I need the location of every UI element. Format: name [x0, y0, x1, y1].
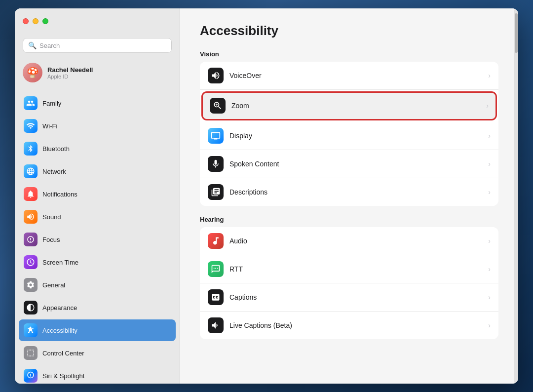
scrollbar-thumb: [515, 13, 518, 53]
sidebar-item-label-bluetooth: Bluetooth: [42, 145, 70, 153]
siri-icon: [24, 369, 38, 383]
search-bar[interactable]: 🔍 Search: [23, 38, 172, 53]
notifications-icon: [24, 187, 38, 201]
settings-row-zoom[interactable]: Zoom ›: [202, 92, 496, 120]
sidebar-item-label-notifications: Notifications: [42, 191, 77, 198]
sidebar-items-container: Family Wi-Fi Bluetooth Network Notificat…: [19, 92, 176, 384]
audio-icon: [208, 233, 224, 249]
sidebar-item-network[interactable]: Network: [19, 160, 176, 182]
sidebar: 🔍 Search 🍄 Rachel Needell Apple ID Famil…: [15, 8, 180, 384]
general-icon: [24, 278, 38, 292]
sidebar-item-bluetooth[interactable]: Bluetooth: [19, 138, 176, 159]
sidebar-item-sound[interactable]: Sound: [19, 206, 176, 228]
sidebar-item-controlcenter[interactable]: Control Center: [19, 342, 176, 364]
row-label-descriptions: Descriptions: [229, 188, 482, 196]
page-title: Accessibility: [200, 23, 498, 39]
maximize-button[interactable]: [42, 18, 48, 24]
zoom-icon: [210, 98, 226, 114]
display-icon: [208, 128, 224, 144]
chevron-icon-spoken: ›: [488, 160, 491, 168]
sidebar-item-label-family: Family: [42, 100, 61, 107]
titlebar: [15, 8, 180, 34]
wifi-icon: [24, 119, 38, 133]
settings-row-voiceover[interactable]: VoiceOver ›: [200, 62, 498, 90]
settings-group-hearing: Audio › RTT › Captions › Live Captions (…: [200, 227, 498, 339]
search-icon: 🔍: [28, 41, 37, 49]
sidebar-item-focus[interactable]: Focus: [19, 229, 176, 250]
controlcenter-icon: [24, 346, 38, 360]
sidebar-item-label-sound: Sound: [42, 213, 61, 221]
voiceover-icon: [208, 68, 224, 83]
chevron-icon-rtt: ›: [488, 265, 491, 273]
settings-row-audio[interactable]: Audio ›: [200, 227, 498, 255]
sidebar-item-notifications[interactable]: Notifications: [19, 183, 176, 205]
accessibility-icon: [24, 323, 38, 337]
sidebar-item-label-wifi: Wi-Fi: [42, 122, 57, 130]
settings-row-display[interactable]: Display ›: [200, 122, 498, 150]
chevron-icon-display: ›: [488, 132, 491, 140]
focus-icon: [24, 233, 38, 246]
chevron-icon-voiceover: ›: [488, 72, 491, 79]
sidebar-item-siri[interactable]: Siri & Spotlight: [19, 365, 176, 384]
user-subtitle: Apple ID: [47, 74, 93, 79]
chevron-icon-captions: ›: [488, 293, 491, 301]
sidebar-item-accessibility[interactable]: Accessibility: [19, 319, 176, 341]
close-button[interactable]: [23, 18, 29, 24]
settings-row-livecaptions[interactable]: Live Captions (Beta) ›: [200, 312, 498, 339]
scrollbar[interactable]: [514, 8, 518, 384]
chevron-icon-livecaptions: ›: [488, 321, 491, 329]
sound-icon: [24, 210, 38, 224]
row-label-display: Display: [229, 132, 482, 140]
sidebar-item-label-network: Network: [42, 168, 66, 175]
sidebar-item-screentime[interactable]: Screen Time: [19, 251, 176, 273]
descriptions-icon: [208, 184, 224, 200]
captions-icon: [208, 289, 224, 305]
settings-window: 🔍 Search 🍄 Rachel Needell Apple ID Famil…: [15, 8, 518, 384]
spoken-icon: [208, 156, 224, 172]
chevron-icon-descriptions: ›: [488, 188, 491, 196]
main-content: Accessibility Vision VoiceOver › Zoom › …: [180, 8, 518, 384]
avatar: 🍄: [23, 63, 42, 82]
livecaptions-icon: [208, 317, 224, 333]
sidebar-item-label-focus: Focus: [42, 236, 60, 243]
settings-row-captions[interactable]: Captions ›: [200, 283, 498, 312]
sidebar-item-family[interactable]: Family: [19, 92, 176, 114]
row-label-voiceover: VoiceOver: [229, 72, 482, 79]
sidebar-item-appearance[interactable]: Appearance: [19, 297, 176, 318]
settings-row-descriptions[interactable]: Descriptions ›: [200, 178, 498, 206]
row-label-zoom: Zoom: [231, 102, 480, 110]
sidebar-item-general[interactable]: General: [19, 274, 176, 296]
appearance-icon: [24, 301, 38, 314]
row-label-spoken: Spoken Content: [229, 160, 482, 168]
sidebar-item-label-appearance: Appearance: [42, 304, 77, 312]
row-label-audio: Audio: [229, 237, 482, 245]
section-title-vision: Vision: [200, 50, 498, 58]
section-title-hearing: Hearing: [200, 216, 498, 223]
sidebar-item-label-accessibility: Accessibility: [42, 327, 77, 334]
settings-row-spoken[interactable]: Spoken Content ›: [200, 150, 498, 178]
bluetooth-icon: [24, 142, 38, 156]
network-icon: [24, 164, 38, 178]
user-name: Rachel Needell: [47, 66, 93, 74]
sidebar-item-label-controlcenter: Control Center: [42, 350, 84, 357]
user-profile[interactable]: 🍄 Rachel Needell Apple ID: [19, 59, 176, 86]
row-label-rtt: RTT: [229, 265, 482, 273]
family-icon: [24, 96, 38, 110]
sidebar-item-label-general: General: [42, 281, 65, 289]
rtt-icon: [208, 261, 224, 277]
chevron-icon-audio: ›: [488, 237, 491, 245]
minimize-button[interactable]: [33, 18, 38, 24]
row-label-captions: Captions: [229, 293, 482, 301]
sidebar-item-label-screentime: Screen Time: [42, 259, 78, 266]
user-info: Rachel Needell Apple ID: [47, 66, 93, 79]
row-label-livecaptions: Live Captions (Beta): [229, 321, 482, 329]
settings-row-rtt[interactable]: RTT ›: [200, 255, 498, 283]
sidebar-content: 🍄 Rachel Needell Apple ID Family Wi-Fi B…: [15, 59, 180, 384]
sections-container: Vision VoiceOver › Zoom › Display › Spok…: [200, 50, 498, 339]
settings-group-vision: VoiceOver › Zoom › Display › Spoken Cont…: [200, 62, 498, 206]
screentime-icon: [24, 255, 38, 269]
sidebar-item-label-siri: Siri & Spotlight: [42, 372, 84, 380]
chevron-icon-zoom: ›: [486, 102, 489, 110]
search-placeholder: Search: [39, 42, 60, 49]
sidebar-item-wifi[interactable]: Wi-Fi: [19, 115, 176, 137]
